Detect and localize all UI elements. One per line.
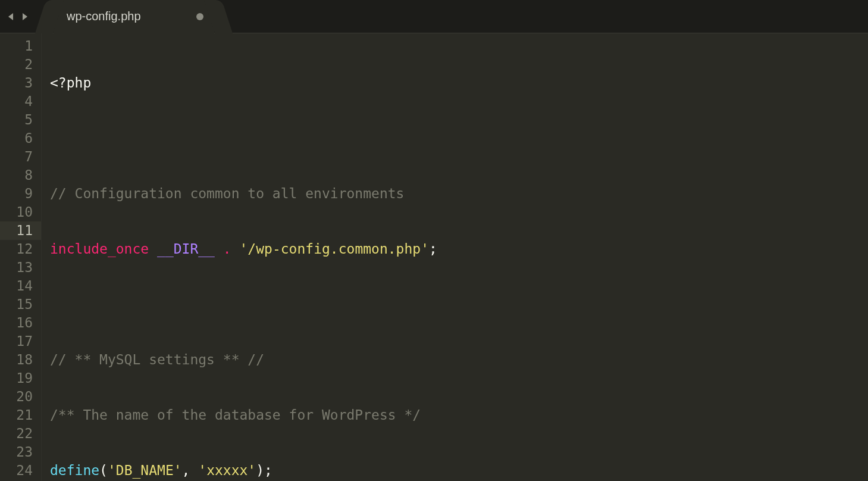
line-number: 11 bbox=[0, 221, 41, 240]
code-content[interactable]: <?php // Configuration common to all env… bbox=[42, 33, 868, 481]
comment: /** The name of the database for WordPre… bbox=[50, 407, 421, 423]
triangle-left-icon bbox=[7, 12, 16, 21]
nav-arrows bbox=[0, 11, 37, 22]
line-number: 3 bbox=[0, 74, 33, 92]
line-number: 14 bbox=[0, 277, 33, 295]
line-number: 19 bbox=[0, 369, 33, 388]
nav-back-button[interactable] bbox=[6, 11, 17, 22]
triangle-right-icon bbox=[20, 12, 29, 21]
punct: ; bbox=[429, 241, 437, 257]
line-number-gutter: 1 2 3 4 5 6 7 8 9 10 11 12 13 14 15 16 1… bbox=[0, 33, 42, 481]
code-line bbox=[50, 129, 868, 148]
line-number: 8 bbox=[0, 166, 33, 185]
code-line: // ** MySQL settings ** // bbox=[50, 351, 868, 369]
line-number: 4 bbox=[0, 92, 33, 111]
code-line: include_once __DIR__ . '/wp-config.commo… bbox=[50, 240, 868, 258]
line-number: 13 bbox=[0, 258, 33, 277]
line-number: 24 bbox=[0, 461, 33, 480]
tab-bar: wp-config.php bbox=[0, 0, 868, 33]
line-number: 17 bbox=[0, 332, 33, 351]
string: '/wp-config.common.php' bbox=[240, 241, 430, 257]
function-call: define bbox=[50, 463, 99, 478]
string: 'DB_NAME' bbox=[108, 463, 182, 478]
line-number: 12 bbox=[0, 240, 33, 258]
code-line bbox=[50, 295, 868, 314]
line-number: 21 bbox=[0, 406, 33, 424]
code-editor[interactable]: 1 2 3 4 5 6 7 8 9 10 11 12 13 14 15 16 1… bbox=[0, 33, 868, 481]
line-number: 2 bbox=[0, 55, 33, 74]
comment: // ** MySQL settings ** // bbox=[50, 352, 264, 367]
line-number: 5 bbox=[0, 111, 33, 129]
unsaved-indicator-icon bbox=[196, 13, 203, 20]
line-number: 16 bbox=[0, 314, 33, 332]
line-number: 23 bbox=[0, 443, 33, 461]
file-tab[interactable]: wp-config.php bbox=[54, 0, 214, 33]
code-line: define('DB_NAME', 'xxxxx'); bbox=[50, 461, 868, 480]
code-line: /** The name of the database for WordPre… bbox=[50, 406, 868, 424]
file-tab-title: wp-config.php bbox=[67, 10, 141, 23]
svg-marker-1 bbox=[23, 13, 27, 20]
keyword: include_once bbox=[50, 241, 149, 257]
svg-marker-0 bbox=[8, 13, 13, 20]
line-number: 18 bbox=[0, 351, 33, 369]
line-number: 15 bbox=[0, 295, 33, 314]
code-line: // Configuration common to all environme… bbox=[50, 185, 868, 203]
nav-forward-button[interactable] bbox=[19, 11, 30, 22]
operator: . bbox=[215, 241, 240, 257]
line-number: 1 bbox=[0, 37, 33, 55]
line-number: 20 bbox=[0, 388, 33, 406]
line-number: 10 bbox=[0, 203, 33, 221]
line-number: 6 bbox=[0, 129, 33, 148]
line-number: 7 bbox=[0, 148, 33, 166]
code-line: <?php bbox=[50, 74, 868, 92]
php-open-tag: <?php bbox=[50, 75, 91, 90]
line-number: 9 bbox=[0, 185, 33, 203]
comment: // Configuration common to all environme… bbox=[50, 186, 404, 201]
line-number: 22 bbox=[0, 424, 33, 443]
string: 'xxxxx' bbox=[198, 463, 256, 478]
magic-constant: __DIR__ bbox=[157, 241, 215, 257]
